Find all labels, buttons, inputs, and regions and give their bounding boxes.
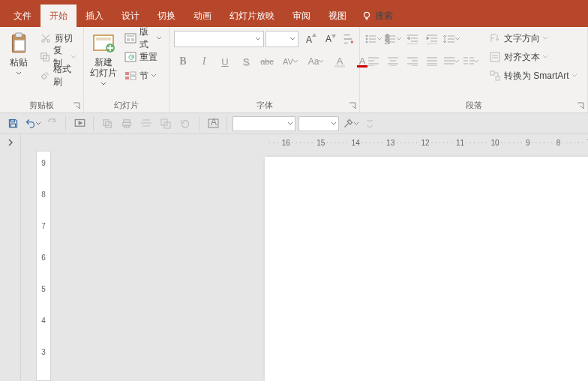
increase-font-button[interactable]: A <box>300 30 318 48</box>
align-center-button[interactable] <box>384 52 402 70</box>
textdir-label: 文字方向 <box>504 32 540 45</box>
bold-button[interactable]: B <box>174 52 192 70</box>
layout-button[interactable]: 版式 <box>122 30 164 46</box>
vertical-ruler: 9876543 <box>36 151 51 381</box>
svg-rect-28 <box>496 76 500 80</box>
q-copy-button[interactable] <box>99 116 116 132</box>
align-text-icon <box>490 52 500 62</box>
increase-indent-button[interactable] <box>423 30 441 48</box>
para-launcher[interactable] <box>575 100 586 111</box>
ruler-tick: ···13··· <box>373 139 407 147</box>
align-text-button[interactable]: 对齐文本 <box>486 49 580 65</box>
ruler-tick: 5 <box>37 285 50 293</box>
ruler-tick: ···16··· <box>268 139 303 147</box>
save-button[interactable] <box>4 116 21 132</box>
reset-label: 重置 <box>140 51 158 64</box>
q-textbox-button[interactable]: A <box>205 116 221 132</box>
print-icon <box>122 118 132 129</box>
q-eyedropper-button[interactable] <box>342 116 358 132</box>
align-left-icon <box>368 57 379 66</box>
ruler-tick: 7 <box>37 222 50 230</box>
tab-slideshow[interactable]: 幻灯片放映 <box>220 4 284 27</box>
font-size-combo[interactable] <box>266 31 298 47</box>
decrease-indent-button[interactable] <box>404 30 422 48</box>
clipboard-launcher[interactable] <box>71 100 82 111</box>
tab-file[interactable]: 文件 <box>0 4 40 27</box>
justify-button[interactable] <box>423 52 441 70</box>
paste-button[interactable]: 粘贴 <box>4 30 34 78</box>
ruler-tick: ···11··· <box>442 139 477 147</box>
q-combo2[interactable] <box>298 116 339 131</box>
q-print-button[interactable] <box>118 116 135 132</box>
layout-label: 版式 <box>140 26 154 51</box>
tab-design[interactable]: 设计 <box>112 4 148 27</box>
font-family-combo[interactable] <box>174 31 264 47</box>
distribute-button[interactable] <box>442 52 460 70</box>
char-spacing-button[interactable]: AV <box>279 52 302 70</box>
ruler-tick: 4 <box>37 316 50 325</box>
smartart-button[interactable]: 转换为 SmartArt <box>486 68 580 84</box>
tab-review[interactable]: 审阅 <box>284 4 320 27</box>
eyedropper-icon <box>343 118 354 129</box>
tab-insert[interactable]: 插入 <box>76 4 112 27</box>
decrease-font-button[interactable]: A <box>320 30 338 48</box>
align-left-button[interactable] <box>364 52 382 70</box>
horizontal-ruler: ···16······15······14······13······12···… <box>51 134 588 151</box>
from-beginning-button[interactable] <box>71 116 88 132</box>
tab-animation[interactable]: 动画 <box>184 4 220 27</box>
section-label: 节 <box>140 70 148 82</box>
underline-button[interactable]: U <box>216 52 234 70</box>
outline-pane-toggle[interactable] <box>0 134 21 381</box>
tab-view[interactable]: 视图 <box>320 4 356 27</box>
undo-button[interactable] <box>24 116 40 132</box>
redo-button[interactable] <box>44 116 60 132</box>
q-rotate-button[interactable] <box>177 116 194 132</box>
svg-rect-26 <box>490 52 500 62</box>
highlight-button[interactable]: A <box>330 52 350 70</box>
columns-button[interactable] <box>462 52 480 70</box>
ruler-tick: ···9··· <box>512 139 543 147</box>
svg-rect-13 <box>127 38 130 41</box>
redo-icon <box>46 118 58 129</box>
section-button[interactable]: 节 <box>122 68 164 84</box>
spacing-icon <box>443 34 455 44</box>
grow-font-label: A <box>306 34 312 45</box>
align-right-icon <box>407 57 418 66</box>
q-combo1[interactable] <box>232 116 296 131</box>
line-spacing-button[interactable] <box>442 30 460 48</box>
new-slide-button[interactable]: 新建幻灯片 <box>88 30 118 88</box>
q-group-button[interactable] <box>158 116 174 132</box>
search-label: 搜索 <box>375 10 393 22</box>
italic-button[interactable]: I <box>195 52 213 70</box>
slide-canvas[interactable] <box>265 157 588 381</box>
svg-rect-29 <box>10 120 14 122</box>
bullets-icon <box>365 34 377 44</box>
ruler-tick: 9 <box>37 159 50 167</box>
tab-transition[interactable]: 切换 <box>148 4 184 27</box>
font-launcher[interactable] <box>347 100 358 111</box>
ruler-tick: 3 <box>37 348 50 356</box>
text-direction-button[interactable]: 文字方向 <box>486 30 580 46</box>
columns-icon <box>464 57 474 66</box>
tab-home[interactable]: 开始 <box>40 4 76 27</box>
ribbon: 粘贴 剪切 复制 格式刷 剪贴板 新建幻灯片 版式 重置 节 幻灯片 <box>0 27 588 113</box>
clear-format-button[interactable] <box>339 30 357 48</box>
reset-button[interactable]: 重置 <box>122 49 164 65</box>
ruler-tick: ···10··· <box>478 139 512 147</box>
change-case-button[interactable]: Aa <box>304 52 327 70</box>
bulb-icon <box>362 10 372 21</box>
strike-button[interactable]: abc <box>258 52 276 70</box>
numbering-button[interactable]: 123 <box>384 30 402 48</box>
svg-rect-33 <box>106 122 112 128</box>
bullets-button[interactable] <box>364 30 382 48</box>
align-center-icon <box>388 57 398 66</box>
format-painter-button[interactable]: 格式刷 <box>37 68 79 84</box>
align-right-button[interactable] <box>404 52 422 70</box>
svg-point-0 <box>364 12 370 17</box>
ruler-tick: 6 <box>37 254 50 262</box>
q-align-button[interactable] <box>138 116 154 132</box>
shadow-button[interactable]: S <box>237 52 255 70</box>
q-more-button[interactable] <box>362 116 378 132</box>
ruler-tick: ···12··· <box>408 139 442 147</box>
search-box[interactable]: 搜索 <box>356 4 399 27</box>
